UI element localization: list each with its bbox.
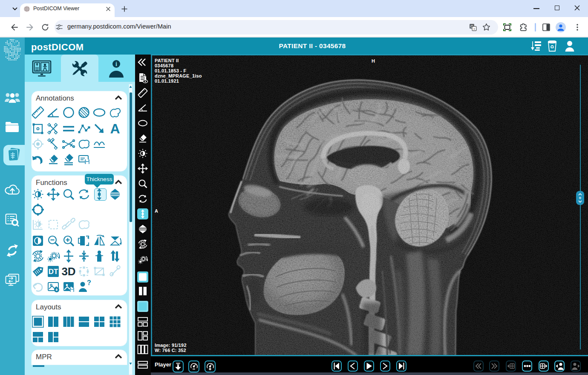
svg-text:3D: 3D xyxy=(61,265,75,278)
svg-text:A: A xyxy=(110,121,120,136)
svg-text:x: x xyxy=(473,27,475,31)
svg-text:♻: ♻ xyxy=(550,44,554,49)
svg-text:DT: DT xyxy=(49,268,58,276)
svg-text:?: ? xyxy=(87,279,91,286)
svg-text:i: i xyxy=(115,61,117,67)
